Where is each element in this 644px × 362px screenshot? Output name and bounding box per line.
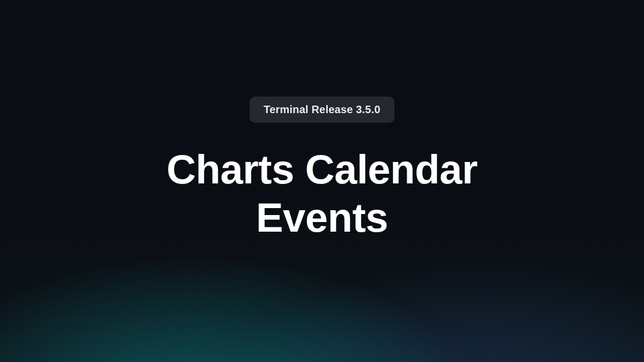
hero-title-line1: Charts Calendar (166, 146, 478, 192)
hero-content: Terminal Release 3.5.0 Charts Calendar E… (0, 0, 644, 362)
release-badge-label: Terminal Release 3.5.0 (264, 104, 380, 115)
release-badge: Terminal Release 3.5.0 (250, 97, 394, 123)
hero-title: Charts Calendar Events (166, 145, 478, 241)
hero-title-line2: Events (256, 195, 388, 240)
